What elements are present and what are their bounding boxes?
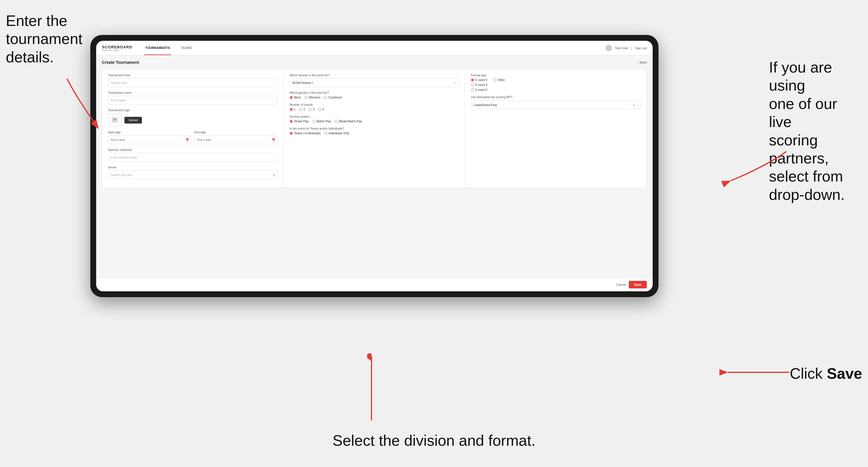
sponsor-input[interactable] [108,153,278,162]
teams-plus-radio[interactable] [290,132,293,135]
api-clear-button[interactable]: ✕ ⌄ [633,103,639,106]
format-other[interactable]: Other [493,79,505,82]
annotation-save-bold: Save [827,365,862,382]
rounds-4-radio[interactable] [318,108,321,111]
gender-womens-label: Womens [309,96,320,99]
page-header: Create Tournament Back [102,60,647,65]
teams-radio-group: Teams (+Individuals) Individuals Only [290,132,459,135]
rounds-1[interactable]: 1 [290,108,296,111]
tablet-screen: SCOREBOARD Powered by clippd TOURNAMENTS… [96,41,653,291]
sponsor-label: Sponsor (optional) [108,148,278,152]
scoring-match-label: Match Play [317,120,331,123]
gender-womens-radio[interactable] [305,96,308,99]
arrow-bottom-svg [367,353,376,423]
rounds-1-label: 1 [294,108,296,111]
division-label: Which division is the event for? [290,74,459,77]
scoring-medal[interactable]: Medal Match Play [335,120,362,123]
api-group: Use third-party live scoring API? ✕ ⌄ [471,96,641,109]
nav-teams[interactable]: TEAMS [180,41,193,55]
rounds-3-radio[interactable] [309,108,312,111]
arrow-topleft-svg [58,73,131,146]
format-5count4-radio[interactable] [471,79,474,82]
tournament-name-group: Tournament name [108,91,278,104]
format-other-radio[interactable] [493,79,496,82]
date-row: Start date 📅 End date 📅 [108,131,278,144]
brand-subtitle: Powered by clippd [102,49,132,51]
rounds-1-radio[interactable] [290,108,293,111]
tournament-host-input[interactable] [108,79,278,87]
rounds-radio-group: 1 2 3 4 [290,108,459,111]
back-link[interactable]: Back [638,61,647,64]
format-type-group: Format type 5 count 4 6 count 4 [471,74,641,91]
gender-mens-radio[interactable] [290,96,293,99]
teams-plus-individuals[interactable]: Teams (+Individuals) [290,132,321,135]
format-type-label: Format type [471,74,641,77]
rounds-label: Number of rounds [290,103,459,106]
rounds-3[interactable]: 3 [309,108,315,111]
scoring-stroke-radio[interactable] [290,120,293,123]
user-avatar [606,45,612,51]
format-6count5-radio[interactable] [471,88,474,91]
rounds-4[interactable]: 4 [318,108,324,111]
gender-combined[interactable]: Combined [324,96,341,99]
scoring-stroke-label: Stroke Play [294,120,309,123]
teams-label: Is this event for Teams and/or Individua… [290,127,459,130]
format-6count5[interactable]: 6 count 5 [471,88,487,91]
format-5count4[interactable]: 5 count 4 [471,79,487,82]
form-col-3: Format type 5 count 4 6 count 4 [465,69,647,188]
gender-mens[interactable]: Mens [290,96,301,99]
rounds-2-radio[interactable] [299,108,302,111]
venue-input[interactable] [108,170,278,179]
tablet-frame: SCOREBOARD Powered by clippd TOURNAMENTS… [90,35,658,297]
tournament-logo-group: Tournament logo Upload [108,109,278,127]
cancel-button[interactable]: Cancel [616,283,626,286]
rounds-2[interactable]: 2 [299,108,305,111]
api-field: ✕ ⌄ [471,100,641,109]
gender-group: Which gender is the event for? Mens Wome… [290,91,459,99]
scoring-match[interactable]: Match Play [312,120,331,123]
tournament-name-input[interactable] [108,96,278,104]
division-select[interactable]: NCAA Division I [290,79,459,87]
logo-upload-area: Upload [108,113,278,127]
nav-tournaments[interactable]: TOURNAMENTS [144,41,171,55]
sponsor-group: Sponsor (optional) [108,148,278,162]
main-content: Create Tournament Back Tournament Host T… [96,55,653,278]
navbar-separator: | [631,46,632,50]
venue-group: Venue ▼ [108,166,278,179]
format-6count4-radio[interactable] [471,83,474,87]
scoring-label: Scoring system [290,115,459,118]
navbar: SCOREBOARD Powered by clippd TOURNAMENTS… [96,41,653,55]
teams-individuals-radio[interactable] [324,132,328,135]
gender-womens[interactable]: Womens [305,96,320,99]
form-footer: Cancel Save [96,278,653,291]
division-group: Which division is the event for? NCAA Di… [290,74,459,87]
sign-out-link[interactable]: Sign out [635,46,647,50]
format-other-label: Other [497,79,505,82]
tournament-logo-label: Tournament logo [108,109,278,112]
gender-mens-label: Mens [294,96,301,99]
calendar-icon-end: 📅 [272,138,276,142]
save-button[interactable]: Save [629,281,647,288]
form-col-2: Which division is the event for? NCAA Di… [284,69,465,188]
scoring-match-radio[interactable] [312,120,315,123]
calendar-icon-start: 📅 [185,138,189,142]
arrow-topright-svg [708,143,795,189]
annotation-bottom: Select the division and format. [333,432,535,449]
annotation-click-save-prefix: Click [789,365,827,382]
scoring-stroke[interactable]: Stroke Play [290,120,309,123]
tournament-host-group: Tournament Host [108,74,278,87]
gender-combined-radio[interactable] [324,96,327,99]
api-input[interactable] [471,100,641,109]
brand-title: SCOREBOARD [102,45,132,49]
venue-dropdown-icon: ▼ [273,173,276,177]
format-other-col: Other [493,79,505,91]
teams-individuals-only[interactable]: Individuals Only [324,132,349,135]
scoring-medal-radio[interactable] [335,120,338,123]
teams-individuals-label: Individuals Only [329,132,349,135]
format-6count5-label: 6 count 5 [475,88,487,91]
end-date-input[interactable] [194,135,278,144]
page-title: Create Tournament [102,60,139,65]
format-6count4[interactable]: 6 count 4 [471,83,487,87]
scoring-radio-group: Stroke Play Match Play Medal Match Play [290,120,459,123]
end-date-label: End date [194,131,278,134]
